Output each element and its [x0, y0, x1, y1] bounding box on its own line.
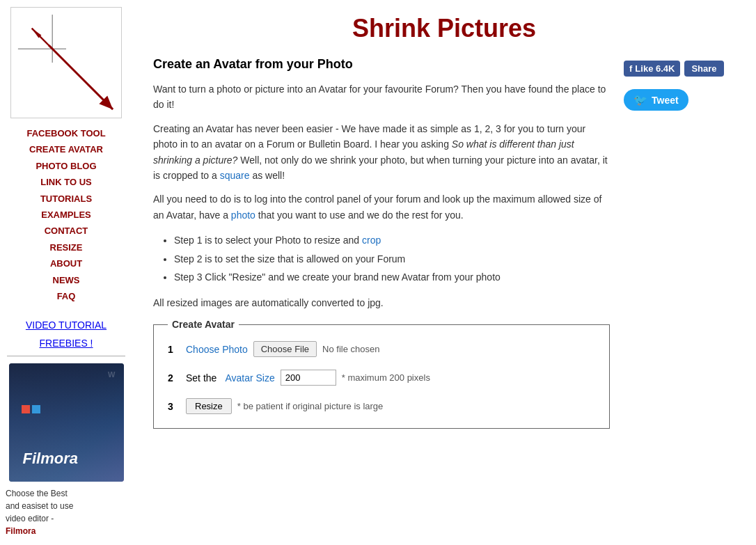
- sidebar-divider: [7, 356, 125, 356]
- main-content: Shrink Pictures Create an Avatar from yo…: [132, 0, 756, 545]
- tweet-button[interactable]: 🐦 Tweet: [624, 89, 688, 111]
- steps-list: Step 1 is to select your Photo to resize…: [174, 231, 610, 287]
- page-title: Shrink Pictures: [153, 14, 735, 43]
- sidebar-item-contact[interactable]: CONTACT: [0, 223, 132, 239]
- social-area: f Like 6.4K Share 🐦 Tweet: [624, 57, 735, 429]
- sidebar-item-create-avatar[interactable]: CREATE AVATAR: [0, 141, 132, 157]
- text-area: Create an Avatar from your Photo Want to…: [153, 57, 610, 429]
- page-subtitle: Create an Avatar from your Photo: [153, 57, 610, 72]
- sidebar-item-facebook-tool[interactable]: FACEBOOK TOOL: [0, 125, 132, 141]
- filmora-link[interactable]: Filmora: [6, 526, 36, 536]
- sidebar-item-resize[interactable]: RESIZE: [0, 239, 132, 255]
- patient-note: * be patient if original picture is larg…: [237, 401, 384, 411]
- filmora-squares: [22, 405, 40, 413]
- photo-link[interactable]: photo: [231, 210, 255, 221]
- choose-photo-label: Choose Photo: [186, 344, 248, 355]
- instructions-para: All you need to do is to log into the co…: [153, 191, 610, 223]
- tweet-label: Tweet: [652, 95, 679, 106]
- sidebar-item-news[interactable]: NEWS: [0, 272, 132, 288]
- sidebar-item-photo-blog[interactable]: PHOTO BLOG: [0, 158, 132, 174]
- sidebar-item-about[interactable]: ABOUT: [0, 255, 132, 271]
- sidebar-nav: FACEBOOK TOOL CREATE AVATAR PHOTO BLOG L…: [0, 125, 132, 304]
- choose-file-button[interactable]: Choose File: [253, 341, 317, 357]
- filmora-brand-text: Filmora: [23, 450, 78, 468]
- converted-note: All resized images are automatically con…: [153, 295, 610, 310]
- sidebar-item-tutorials[interactable]: TUTORIALS: [0, 191, 132, 207]
- facebook-share-button[interactable]: Share: [684, 61, 723, 77]
- sidebar-item-freebies[interactable]: FREEBIES !: [39, 338, 93, 349]
- sidebar-item-faq[interactable]: FAQ: [0, 288, 132, 304]
- twitter-icon: 🐦: [633, 93, 647, 106]
- step1-number: 1: [168, 344, 178, 355]
- site-logo: [10, 7, 122, 118]
- step-3-item: Step 3 Click "Resize" and we create your…: [174, 268, 610, 287]
- italic-text: So what is different than just shrinking…: [153, 139, 574, 165]
- filmora-caption: Choose the Best and easiset to use video…: [6, 487, 127, 537]
- square-link[interactable]: square: [220, 170, 250, 181]
- form-row-choose-photo: 1 Choose Photo Choose File No file chose…: [168, 341, 595, 357]
- like-label: Like: [635, 63, 653, 74]
- avatar-size-label: Avatar Size: [225, 372, 274, 384]
- sidebar: FACEBOOK TOOL CREATE AVATAR PHOTO BLOG L…: [0, 0, 132, 545]
- sidebar-item-video-tutorial[interactable]: VIDEO TUTORIAL: [26, 319, 107, 331]
- like-count: 6.4K: [656, 63, 675, 74]
- set-the-label: Set the: [186, 372, 216, 384]
- sidebar-item-examples[interactable]: EXAMPLES: [0, 207, 132, 223]
- max-note: * maximum 200 pixels: [342, 372, 430, 383]
- no-file-text: No file chosen: [322, 344, 379, 354]
- sidebar-item-link-to-us[interactable]: LINK TO US: [0, 174, 132, 190]
- intro-para: Want to turn a photo or picture into an …: [153, 81, 610, 113]
- form-row-avatar-size: 2 Set the Avatar Size * maximum 200 pixe…: [168, 370, 595, 386]
- create-avatar-form: Create Avatar 1 Choose Photo Choose File…: [153, 319, 610, 429]
- fb-icon: f: [629, 63, 632, 74]
- resize-button[interactable]: Resize: [186, 398, 232, 414]
- avatar-size-input[interactable]: [281, 370, 336, 386]
- crop-link[interactable]: crop: [362, 235, 381, 246]
- form-row-resize: 3 Resize * be patient if original pictur…: [168, 398, 595, 414]
- description-para: Creating an Avatar has never been easier…: [153, 121, 610, 184]
- facebook-like-button[interactable]: f Like 6.4K: [624, 61, 680, 77]
- form-legend: Create Avatar: [168, 319, 239, 330]
- step-2-item: Step 2 is to set the size that is allowe…: [174, 250, 610, 269]
- filmora-ad[interactable]: W Filmora Choose the Best and easiset to…: [0, 363, 132, 537]
- step2-number: 2: [168, 372, 178, 384]
- step3-number: 3: [168, 401, 178, 412]
- step-1-item: Step 1 is to select your Photo to resize…: [174, 231, 610, 250]
- filmora-image: W Filmora: [9, 363, 124, 482]
